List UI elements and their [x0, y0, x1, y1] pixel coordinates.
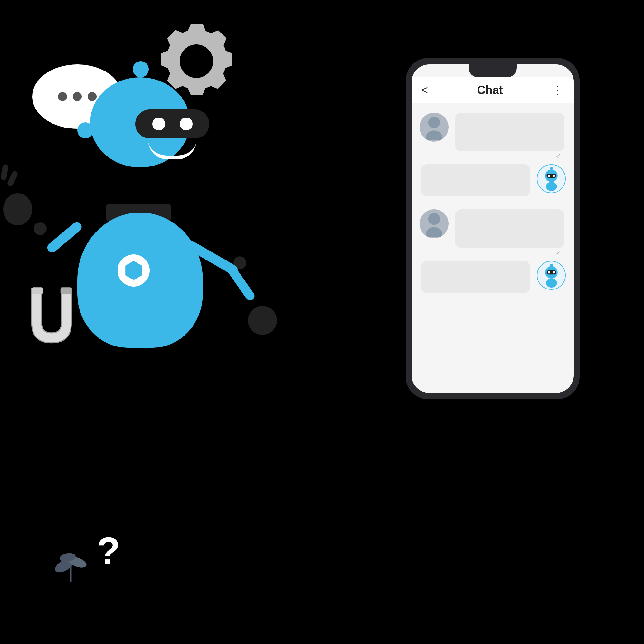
message-bubble-2 [421, 164, 530, 196]
robot-finger-4 [6, 170, 18, 187]
human-avatar-1 [420, 113, 449, 142]
check-mark-3: ✓ [555, 249, 561, 257]
svg-point-20 [553, 271, 555, 274]
robot-smile [148, 140, 196, 159]
back-button[interactable]: < [421, 83, 428, 97]
svg-point-10 [548, 175, 550, 177]
human-avatar-2 [420, 209, 449, 238]
robot-emblem-inner [124, 261, 143, 280]
bot-avatar-2 [537, 261, 566, 290]
message-bubble-4 [421, 261, 530, 293]
check-mark-1: ✓ [555, 152, 561, 160]
robot-joint-left [34, 222, 47, 235]
svg-point-15 [428, 213, 440, 225]
plant-decoration [52, 540, 90, 586]
svg-point-6 [428, 117, 440, 128]
svg-point-7 [426, 130, 442, 140]
svg-point-23 [546, 279, 557, 288]
robot-antenna-ball [133, 61, 149, 77]
svg-point-13 [550, 167, 553, 170]
chat-messages-container: ✓ [412, 103, 574, 393]
message-bubble-3: ✓ [455, 209, 564, 248]
robot-eye-right [180, 118, 193, 130]
svg-point-14 [546, 182, 557, 191]
chat-header: < Chat ⋮ [412, 77, 574, 103]
message-bubble-1: ✓ [455, 113, 564, 151]
chat-title: Chat [477, 83, 503, 97]
robot-emblem [118, 254, 150, 287]
robot-visor [135, 109, 209, 138]
bot-avatar-1 [537, 164, 566, 193]
message-row-4 [420, 261, 566, 293]
svg-point-11 [553, 175, 555, 177]
robot-finger-3 [0, 164, 9, 181]
robot-hand-left [3, 193, 32, 225]
robot-hand-right [248, 306, 277, 335]
robot-eye-left [152, 118, 165, 130]
robot [58, 97, 219, 386]
phone-frame: < Chat ⋮ ✓ [406, 58, 580, 399]
question-mark: ? [97, 529, 120, 573]
robot-arm-left [45, 220, 84, 255]
message-row-1: ✓ [420, 113, 566, 151]
svg-rect-0 [32, 287, 43, 294]
scene: ? < Chat ⋮ [0, 0, 644, 644]
svg-point-16 [426, 227, 442, 237]
phone-screen: < Chat ⋮ ✓ [412, 64, 574, 393]
more-options-button[interactable]: ⋮ [552, 83, 564, 97]
phone-notch [469, 64, 517, 77]
svg-point-22 [550, 264, 553, 267]
robot-head [90, 77, 190, 167]
message-row-3: ✓ [420, 209, 566, 248]
svg-point-19 [548, 271, 550, 274]
message-row-2 [420, 164, 566, 196]
